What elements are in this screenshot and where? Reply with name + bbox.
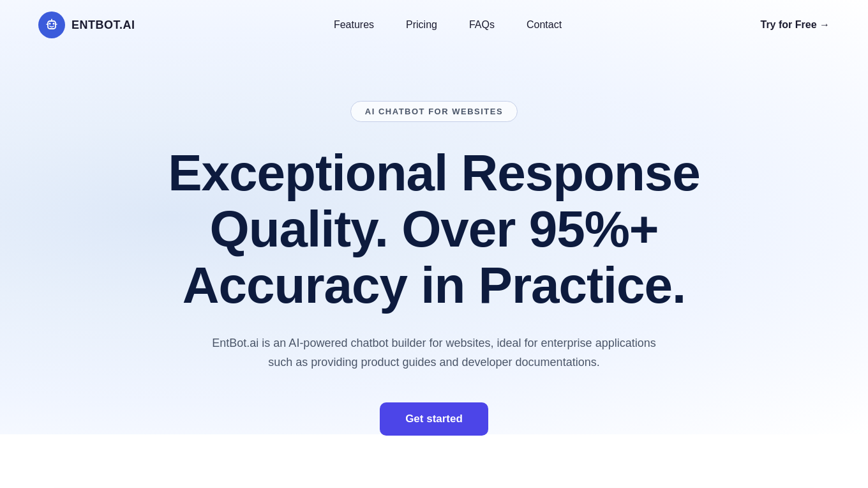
navbar: ENTBOT.AI Features Pricing FAQs Contact …: [0, 0, 868, 50]
logo-link[interactable]: ENTBOT.AI: [38, 11, 135, 38]
nav-features[interactable]: Features: [334, 19, 374, 31]
nav-pricing[interactable]: Pricing: [406, 19, 437, 31]
nav-contact[interactable]: Contact: [527, 19, 562, 31]
hero-title: Exceptional Response Quality. Over 95%+ …: [168, 145, 700, 314]
svg-point-4: [51, 19, 52, 20]
try-for-free-link[interactable]: Try for Free →: [761, 19, 830, 31]
svg-point-1: [53, 23, 55, 25]
logo-icon: [38, 11, 65, 38]
nav-faqs[interactable]: FAQs: [469, 19, 495, 31]
hero-badge: AI CHATBOT FOR WEBSITES: [350, 101, 518, 122]
hero-subtitle: EntBot.ai is an AI-powered chatbot build…: [211, 334, 657, 372]
navbar-links: Features Pricing FAQs Contact: [334, 19, 562, 31]
robot-icon: [44, 17, 59, 33]
logo-text: ENTBOT.AI: [71, 19, 135, 32]
get-started-button[interactable]: Get started: [380, 402, 488, 436]
svg-rect-2: [48, 21, 56, 29]
svg-point-0: [49, 23, 51, 25]
hero-section: AI CHATBOT FOR WEBSITES Exceptional Resp…: [0, 50, 868, 474]
